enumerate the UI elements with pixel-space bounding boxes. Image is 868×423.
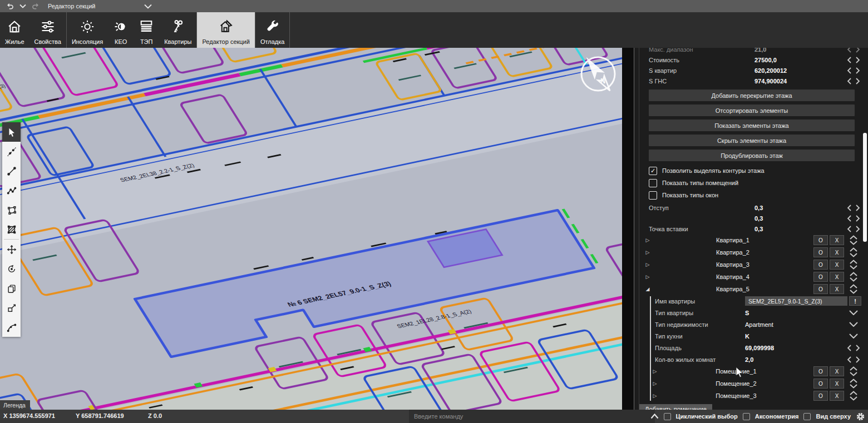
tool-move[interactable] <box>2 240 21 259</box>
tool-line[interactable] <box>2 161 21 181</box>
expand-chevron-icon[interactable]: ▷ <box>642 274 654 280</box>
hide-floor-elements-button[interactable]: Скрыть элементы этажа <box>649 135 855 146</box>
toolbar-item-apartments[interactable]: Квартиры <box>159 12 196 48</box>
collapse-panel-chevron-icon[interactable] <box>650 414 659 419</box>
tool-rotate[interactable] <box>2 259 21 278</box>
show-floor-elements-button[interactable]: Показать элементы этажа <box>649 120 855 131</box>
floor-plan-drawing[interactable]: SEM2_2EL38_2.2-1_S_Z(2) № 6 SEM2_2EL57_9… <box>0 48 622 410</box>
show-window-types-checkbox[interactable] <box>649 191 657 200</box>
apartment-row[interactable]: ▷ Квартира_2 O X <box>635 246 868 258</box>
redo-icon[interactable] <box>32 2 40 11</box>
apartment-row[interactable]: ▷ Квартира_1 O X <box>635 234 868 246</box>
value-stepper[interactable] <box>846 205 861 211</box>
tool-select-cursor[interactable] <box>2 122 21 142</box>
cyclic-selection-checkbox[interactable] <box>664 413 671 420</box>
toolbar-item-insolation[interactable]: Инсоляция <box>67 12 108 48</box>
tool-measure-line[interactable] <box>2 142 21 161</box>
dropdown-chevron-icon[interactable] <box>846 334 861 339</box>
delete-room-button[interactable]: X <box>830 379 844 389</box>
delete-apartment-button[interactable]: X <box>830 247 844 257</box>
value-stepper[interactable] <box>846 226 861 232</box>
add-floor-slab-button[interactable]: Добавить перекрытие этажа <box>649 89 855 101</box>
property-row-insert-point-x: 0,3 <box>635 213 868 223</box>
reorder-control[interactable] <box>846 247 861 258</box>
value-stepper[interactable] <box>846 78 861 84</box>
allow-floor-contours-checkbox[interactable]: ✓ <box>649 167 657 175</box>
mode-dropdown-chevron-icon[interactable] <box>144 4 152 9</box>
delete-apartment-button[interactable]: X <box>830 235 844 245</box>
delete-apartment-button[interactable]: X <box>830 284 844 294</box>
sort-elements-button[interactable]: Отсортировать элементы <box>649 104 855 116</box>
reorder-control[interactable] <box>846 378 861 389</box>
tool-hatch-region[interactable] <box>2 220 21 239</box>
toolbar-item-properties[interactable]: Свойства <box>29 12 66 48</box>
select-room-button[interactable]: O <box>813 379 828 389</box>
panel-scrollbar[interactable] <box>863 133 867 242</box>
warning-button[interactable]: ! <box>849 296 861 306</box>
toolbar-item-debug[interactable]: Отладка <box>255 12 289 48</box>
dropdown-chevron-icon[interactable] <box>846 310 861 315</box>
add-room-button[interactable]: Добавить помещение <box>639 404 712 410</box>
room-row[interactable]: ▷ Помещение_3 O X <box>635 390 868 402</box>
axonometry-checkbox[interactable] <box>743 413 750 420</box>
delete-apartment-button[interactable]: X <box>830 260 844 270</box>
select-room-button[interactable]: O <box>813 391 828 401</box>
expand-chevron-icon[interactable]: ▷ <box>642 250 654 255</box>
toolbar-item-housing[interactable]: Жилье <box>0 12 29 48</box>
drawing-viewport[interactable]: SEM2_2EL38_2.2-1_S_Z(2) № 6 SEM2_2EL57_9… <box>0 48 622 410</box>
apartment-row[interactable]: ▷ Квартира_3 O X <box>635 258 868 271</box>
reorder-control[interactable] <box>846 271 861 282</box>
tool-copy[interactable] <box>2 278 21 298</box>
collapse-chevron-icon[interactable]: ◢ <box>642 286 654 292</box>
expand-chevron-icon[interactable]: ▷ <box>642 237 654 243</box>
tool-scale[interactable] <box>2 298 21 317</box>
value-stepper[interactable] <box>846 215 861 222</box>
wrench-icon <box>265 19 280 34</box>
expand-chevron-icon[interactable]: ▷ <box>649 393 660 399</box>
dropdown-chevron-icon[interactable] <box>846 322 861 327</box>
select-apartment-button[interactable]: O <box>813 272 828 282</box>
toolbar-item-keo[interactable]: КЕО <box>108 12 134 48</box>
apartment-name-input[interactable]: SEM2_2EL57_9.0-1_S_Z(3) <box>745 296 847 306</box>
value-stepper[interactable] <box>846 67 861 74</box>
select-apartment-button[interactable]: O <box>813 260 828 270</box>
delete-apartment-button[interactable]: X <box>830 272 844 282</box>
reorder-control[interactable] <box>846 283 861 295</box>
reorder-control[interactable] <box>846 366 861 377</box>
select-apartment-button[interactable]: O <box>813 235 828 245</box>
detail-row-apartment-type: Тип квартиры S <box>635 307 868 319</box>
value-stepper[interactable] <box>846 356 861 363</box>
duplicate-floor-button[interactable]: Продублировать этаж <box>649 150 855 161</box>
reorder-control[interactable] <box>846 390 861 401</box>
expand-chevron-icon[interactable]: ▷ <box>642 262 654 267</box>
top-view-checkbox[interactable] <box>803 413 811 420</box>
toolbar-item-section-editor[interactable]: Редактор секций <box>197 12 254 48</box>
value-stepper[interactable] <box>846 345 861 351</box>
tool-polygon[interactable] <box>2 200 21 220</box>
delete-room-button[interactable]: X <box>830 391 844 401</box>
tool-polyline[interactable] <box>2 181 21 200</box>
reorder-control[interactable] <box>846 235 861 246</box>
undo-history-chevron-icon[interactable] <box>19 4 26 8</box>
tool-arc[interactable] <box>2 317 21 337</box>
expand-chevron-icon[interactable]: ▷ <box>649 369 660 374</box>
apartment-row[interactable]: ▷ Квартира_4 O X <box>635 271 868 283</box>
value-stepper[interactable] <box>846 48 861 53</box>
undo-icon[interactable] <box>6 2 14 11</box>
show-room-types-checkbox[interactable] <box>649 179 657 187</box>
apartment-row-expanded[interactable]: ◢ Квартира_5 O X <box>635 283 868 295</box>
reorder-control[interactable] <box>846 259 861 270</box>
delete-room-button[interactable]: X <box>830 366 844 376</box>
select-apartment-button[interactable]: O <box>813 247 828 257</box>
select-apartment-button[interactable]: O <box>813 284 828 294</box>
select-room-button[interactable]: O <box>813 366 828 376</box>
toolbar-item-tep[interactable]: ТЭП <box>134 12 159 48</box>
room-row[interactable]: ▷ Помещение_2 O X <box>635 377 868 390</box>
gear-icon[interactable] <box>856 412 865 421</box>
room-row[interactable]: ▷ Помещение_1 O X <box>635 365 868 377</box>
value-stepper[interactable] <box>846 57 861 63</box>
expand-chevron-icon[interactable]: ▷ <box>649 381 660 386</box>
command-input[interactable] <box>409 410 655 423</box>
legend-tab[interactable]: Легенда <box>0 400 30 410</box>
compass-north-indicator[interactable]: N <box>574 50 622 98</box>
